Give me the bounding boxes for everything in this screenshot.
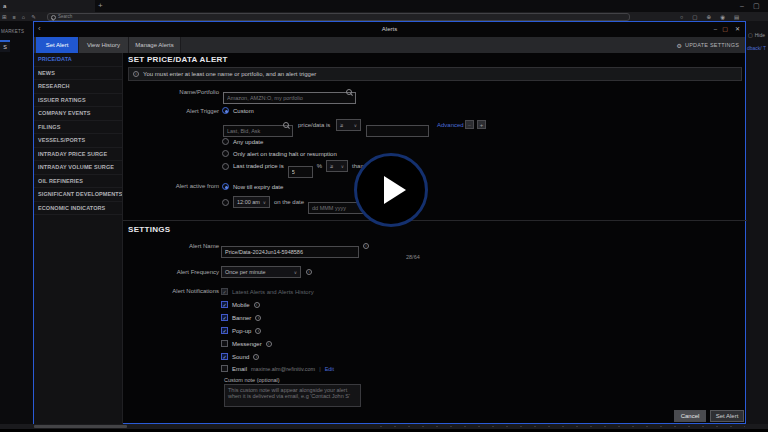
alert-name-label: Alert Name	[123, 243, 219, 249]
sidebar-item-vessels-ports[interactable]: VESSELS/PORTS	[34, 134, 122, 148]
trigger-option-custom[interactable]: Custom	[222, 106, 254, 115]
info-icon[interactable]: i	[255, 328, 261, 334]
sidebar-item-filings[interactable]: FILINGS	[34, 121, 122, 135]
sidebar-item-news[interactable]: NEWS	[34, 67, 122, 81]
sidebar-item-oil-refineries[interactable]: OIL REFINERIES	[34, 175, 122, 189]
sidebar-item-intraday-volume-surge[interactable]: INTRADAY VOLUME SURGE	[34, 161, 122, 175]
sidebar-item-company-events[interactable]: COMPANY EVENTS	[34, 107, 122, 121]
trigger-value-wrap	[366, 119, 429, 131]
maximize-button[interactable]: ▢	[722, 22, 728, 37]
checkbox-messenger[interactable]	[221, 340, 228, 347]
edit-email-link[interactable]: Edit	[325, 366, 334, 372]
sidebar-item-significant-developments[interactable]: SIGNIFICANT DEVELOPMENTS	[34, 188, 122, 202]
remove-condition-button[interactable]: −	[465, 120, 474, 129]
radio-halt[interactable]	[222, 150, 229, 157]
info-icon[interactable]: i	[255, 315, 261, 321]
radio-custom[interactable]	[222, 107, 229, 114]
info-icon[interactable]: i	[363, 243, 369, 249]
trigger-field-input[interactable]	[223, 125, 293, 137]
tab-view-history[interactable]: View History	[79, 37, 129, 53]
chevron-down-icon: ∨	[263, 200, 266, 205]
trigger-option-any-update[interactable]: Any update	[222, 137, 263, 146]
radio-last-traded[interactable]	[222, 163, 229, 170]
checkbox-popup[interactable]: ✓	[221, 327, 228, 334]
radio-now-till-expiry[interactable]	[222, 183, 229, 190]
browser-tab-strip: a + – ▢	[0, 0, 768, 12]
new-tab-button[interactable]: +	[98, 0, 103, 12]
notification-row-mobile[interactable]: ✓ Mobile i	[221, 300, 260, 309]
alert-name-wrap	[221, 240, 359, 252]
horizontal-scrollbar[interactable]	[34, 425, 127, 428]
account-circle-icon[interactable]: ○	[680, 14, 683, 20]
name-portfolio-input[interactable]	[223, 92, 356, 104]
radio-scheduled[interactable]	[222, 199, 229, 206]
info-icon[interactable]: i	[253, 354, 259, 360]
last-traded-value-input[interactable]	[288, 166, 313, 178]
browser-toolbar-right-icons: ○ ▢ ⊕ ◉ ▤	[680, 12, 739, 21]
minimize-button[interactable]: –	[714, 22, 717, 37]
workspace-tab-badge[interactable]: S	[0, 40, 10, 52]
operator-select[interactable]: ≥ ∨	[336, 119, 361, 131]
menu-icon[interactable]: ≡	[13, 14, 16, 20]
set-alert-button[interactable]: Set Alert	[710, 410, 744, 422]
search-icon	[283, 122, 289, 128]
sidebar-item-price-data[interactable]: PRICE/DATA	[34, 53, 122, 67]
compose-icon[interactable]: ✎	[31, 14, 36, 20]
add-icon[interactable]: ⊕	[707, 14, 712, 20]
operator2-select[interactable]: ≥ ∨	[326, 160, 348, 172]
checkbox-banner[interactable]: ✓	[221, 314, 228, 321]
notification-row-email[interactable]: Email maxime.alm@refinitiv.com | Edit	[221, 364, 334, 373]
workspace-left-rail: MARKETS S	[0, 21, 33, 424]
trigger-value-input[interactable]	[366, 125, 429, 137]
window-tab-bar: Set Alert View History Manage Alerts ⚙ U…	[34, 37, 745, 53]
extensions-icon[interactable]: ▢	[692, 14, 697, 20]
feedback-link-fragment[interactable]: dback/	[747, 45, 762, 51]
info-icon[interactable]: i	[266, 341, 272, 347]
custom-note-textarea[interactable]	[224, 384, 361, 407]
notification-row-messenger[interactable]: Messenger i	[221, 339, 272, 348]
char-counter: 28/64	[406, 254, 420, 260]
tab-set-alert[interactable]: Set Alert	[36, 37, 79, 53]
sidebar-item-research[interactable]: RESEARCH	[34, 80, 122, 94]
time-select[interactable]: 12:00 am ∨	[233, 196, 270, 208]
advanced-link[interactable]: Advanced	[437, 119, 464, 131]
custom-note-wrap	[224, 384, 361, 407]
profile-icon[interactable]: ◉	[720, 14, 725, 20]
notification-row-banner[interactable]: ✓ Banner i	[221, 313, 261, 322]
info-icon: i	[133, 71, 139, 77]
browser-search-input[interactable]: Search	[47, 13, 630, 21]
tab-manage-alerts[interactable]: Manage Alerts	[129, 37, 181, 53]
checkbox-mobile[interactable]: ✓	[221, 301, 228, 308]
video-play-button[interactable]	[354, 153, 428, 227]
trigger-option-halt[interactable]: Only alert on trading halt or resumption	[222, 149, 337, 158]
cancel-button[interactable]: Cancel	[674, 410, 706, 422]
active-option-scheduled[interactable]: 12:00 am ∨ on the date	[222, 196, 368, 208]
browser-tab[interactable]: a	[0, 0, 95, 12]
info-icon[interactable]: i	[254, 302, 260, 308]
bookmarks-icon[interactable]: ▤	[734, 14, 739, 20]
browser-maximize-icon[interactable]: ▢	[753, 0, 760, 12]
notification-row-popup[interactable]: ✓ Pop-up i	[221, 326, 261, 335]
browser-minimize-icon[interactable]: –	[740, 0, 744, 12]
hide-button[interactable]: ▢ Hide	[748, 32, 765, 38]
info-icon[interactable]: i	[306, 269, 312, 275]
home-icon[interactable]: ⌂	[22, 14, 25, 20]
checkbox-sound[interactable]: ✓	[221, 353, 228, 360]
update-settings-button[interactable]: ⚙ UPDATE SETTINGS	[676, 37, 739, 53]
notification-row-sound[interactable]: ✓ Sound i	[221, 352, 259, 361]
page-title: SET PRICE/DATA ALERT	[128, 55, 228, 64]
notification-row-latest[interactable]: ✓ Latest Alerts and Alerts History	[221, 287, 314, 296]
active-option-now[interactable]: Now till expiry date	[222, 182, 283, 191]
alert-name-input[interactable]	[221, 246, 359, 258]
sidebar-item-economic-indicators[interactable]: ECONOMIC INDICATORS	[34, 202, 122, 216]
radio-any-update[interactable]	[222, 138, 229, 145]
sidebar-item-issuer-ratings[interactable]: ISSUER RATINGS	[34, 94, 122, 108]
close-button[interactable]: ✕	[735, 22, 740, 37]
chevron-down-icon: ∨	[354, 123, 357, 128]
frequency-select[interactable]: Once per minute ∨	[221, 266, 301, 278]
checkbox-latest-alerts: ✓	[221, 288, 228, 295]
add-condition-button[interactable]: +	[477, 120, 486, 129]
sidebar-item-intraday-price-surge[interactable]: INTRADAY PRICE SURGE	[34, 148, 122, 162]
checkbox-email[interactable]	[221, 365, 228, 372]
apps-grid-icon[interactable]: ⊞	[2, 14, 7, 20]
